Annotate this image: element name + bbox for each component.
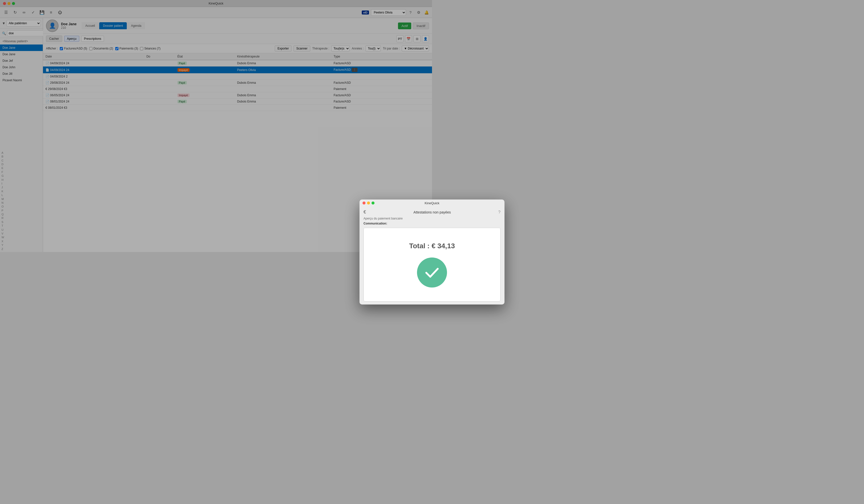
modal-titlebar: KineQuick — [360, 200, 432, 206]
communication-row: Communication: — [363, 222, 432, 225]
modal-overlay[interactable]: KineQuick € Attestations non payées ? Ap… — [0, 0, 432, 252]
communication-label: Communication: — [363, 222, 387, 225]
modal-title: KineQuick — [424, 201, 432, 205]
modal-body: € Attestations non payées ? Aperçu du pa… — [360, 206, 432, 252]
modal-close-button[interactable] — [362, 202, 365, 204]
modal-content-box: Total : € 34,13 — [363, 228, 432, 252]
apercu-label: Aperçu du paiement bancaire — [363, 217, 403, 220]
apercu-section: Aperçu du paiement bancaire — [363, 217, 432, 220]
total-amount: Total : € 34,13 — [409, 242, 432, 250]
modal-window-controls — [362, 202, 374, 204]
modal-header-row: € Attestations non payées ? — [363, 209, 432, 215]
modal-minimize-button[interactable] — [367, 202, 370, 204]
modal-maximize-button[interactable] — [372, 202, 374, 204]
modal-header-title: Attestations non payées — [413, 210, 432, 214]
euro-icon: € — [363, 209, 366, 215]
attestations-modal: KineQuick € Attestations non payées ? Ap… — [360, 200, 432, 252]
